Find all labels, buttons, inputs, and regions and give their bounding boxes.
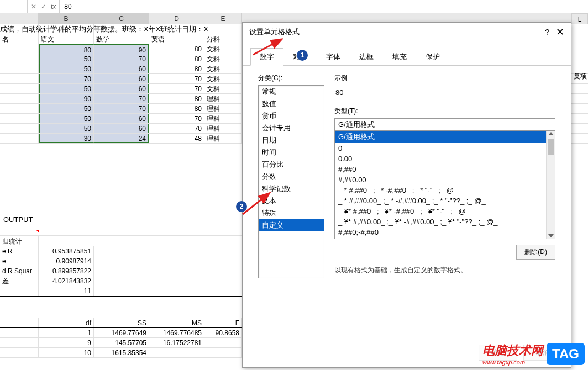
cell[interactable]: 70 xyxy=(149,124,204,133)
dialog-titlebar[interactable]: 设置单元格格式 ? ✕ xyxy=(243,23,571,41)
cell[interactable] xyxy=(0,124,39,133)
cell[interactable]: 理科 xyxy=(204,114,242,123)
type-item[interactable]: _ ¥* #,##0.00_ ;_ ¥* -#,##0.00_ ;_ ¥* "-… xyxy=(335,216,555,227)
type-item[interactable]: #,##0.00 xyxy=(335,175,555,185)
help-icon[interactable]: ? xyxy=(545,28,549,36)
cell[interactable]: 70 xyxy=(149,74,204,83)
category-item[interactable]: 货币 xyxy=(259,110,324,122)
category-item[interactable]: 科学记数 xyxy=(259,183,324,195)
cell[interactable]: 48 xyxy=(149,134,204,143)
cell[interactable]: 70 xyxy=(149,84,204,93)
cell[interactable]: 90 xyxy=(39,94,94,103)
cell[interactable]: 70 xyxy=(39,74,94,83)
category-item[interactable]: 特殊 xyxy=(259,207,324,219)
col-header-a[interactable] xyxy=(0,13,39,24)
category-item[interactable]: 分数 xyxy=(259,171,324,183)
col-header-l[interactable]: L xyxy=(571,13,588,24)
cell[interactable]: 50 xyxy=(39,104,94,113)
cell[interactable]: 80 xyxy=(149,64,204,73)
cell[interactable] xyxy=(0,74,39,83)
cell[interactable] xyxy=(0,64,39,73)
tab-protect[interactable]: 保护 xyxy=(416,48,449,66)
cell[interactable] xyxy=(0,54,39,64)
cell[interactable]: 理科 xyxy=(204,124,242,133)
type-item[interactable]: _ * #,##0_ ;_ * -#,##0_ ;_ * "-"_ ;_ @_ xyxy=(335,185,555,195)
delete-button[interactable]: 删除(D) xyxy=(516,245,555,260)
category-item[interactable]: 文本 xyxy=(259,195,324,207)
col-header-c[interactable]: C xyxy=(94,13,149,24)
cell[interactable]: 24 xyxy=(94,134,149,143)
cell[interactable]: 文科 xyxy=(204,44,242,54)
cell[interactable]: 70 xyxy=(94,104,149,113)
type-item[interactable]: #,##0;-#,##0 xyxy=(335,227,555,237)
cell[interactable] xyxy=(0,84,39,93)
cell[interactable]: 60 xyxy=(94,114,149,123)
cell[interactable]: 文科 xyxy=(204,54,242,64)
cell[interactable]: 80 xyxy=(149,104,204,113)
cell[interactable]: 英语 xyxy=(149,34,204,44)
type-item[interactable]: G/通用格式 xyxy=(335,131,555,143)
category-item[interactable]: 时间 xyxy=(259,146,324,158)
type-item[interactable]: 0 xyxy=(335,143,555,154)
cell[interactable]: 分科 xyxy=(204,34,242,44)
cell[interactable] xyxy=(0,114,39,123)
cell[interactable]: 数学 xyxy=(94,34,149,44)
cell[interactable]: 30 xyxy=(39,134,94,143)
category-item[interactable]: 百分比 xyxy=(259,158,324,171)
cell[interactable]: 文科 xyxy=(204,64,242,73)
cell[interactable]: 80 xyxy=(149,94,204,103)
cell[interactable]: 60 xyxy=(94,74,149,83)
cell[interactable]: 语文 xyxy=(39,34,94,44)
cell[interactable]: 理科 xyxy=(204,134,242,143)
cell[interactable]: 80 xyxy=(149,44,204,54)
cell[interactable]: 50 xyxy=(39,64,94,73)
cell[interactable] xyxy=(0,94,39,103)
category-list[interactable]: 常规 数值 货币 会计专用 日期 时间 百分比 分数 科学记数 文本 特殊 自定… xyxy=(258,85,324,278)
type-item[interactable]: #,##0;[红色]-#,##0 xyxy=(335,237,555,239)
category-item[interactable]: 日期 xyxy=(259,134,324,146)
fx-icon[interactable]: fx xyxy=(51,3,56,10)
tab-fill[interactable]: 填充 xyxy=(383,48,416,66)
cell[interactable] xyxy=(204,24,242,34)
cell[interactable]: 名 xyxy=(0,34,39,44)
cell[interactable] xyxy=(0,134,39,143)
type-item[interactable]: _ * #,##0.00_ ;_ * -#,##0.00_ ;_ * "-"??… xyxy=(335,195,555,206)
cell[interactable]: 理科 xyxy=(204,94,242,103)
cell[interactable] xyxy=(0,44,39,54)
cell[interactable]: 70 xyxy=(94,54,149,64)
cell[interactable] xyxy=(0,104,39,113)
cell[interactable]: 60 xyxy=(94,124,149,133)
cell[interactable]: 60 xyxy=(94,84,149,93)
tab-number[interactable]: 数字 xyxy=(250,48,284,66)
category-item[interactable]: 会计专用 xyxy=(259,122,324,134)
scrollbar[interactable] xyxy=(546,131,555,239)
cell[interactable]: 70 xyxy=(149,114,204,123)
col-header-e[interactable]: E xyxy=(204,13,242,24)
cell[interactable]: 理科 xyxy=(204,104,242,113)
cell[interactable]: 90 xyxy=(94,44,149,54)
cell[interactable]: 80 xyxy=(39,44,94,54)
enter-icon[interactable]: ✓ xyxy=(41,3,46,10)
cell[interactable]: 70 xyxy=(94,94,149,103)
category-item[interactable]: 数值 xyxy=(259,98,324,110)
col-header-b[interactable]: B xyxy=(39,13,94,24)
cancel-icon[interactable]: ✕ xyxy=(31,3,36,10)
cell[interactable]: 50 xyxy=(39,84,94,93)
cell[interactable]: 50 xyxy=(39,114,94,123)
col-header-d[interactable]: D xyxy=(149,13,204,24)
tab-border[interactable]: 边框 xyxy=(350,48,383,66)
type-item[interactable]: #,##0 xyxy=(335,164,555,175)
cell[interactable]: 50 xyxy=(39,54,94,64)
type-input[interactable] xyxy=(334,118,555,131)
cell[interactable]: 80 xyxy=(149,54,204,64)
close-icon[interactable]: ✕ xyxy=(556,26,564,38)
cell[interactable]: 文科 xyxy=(204,74,242,83)
category-item-custom[interactable]: 自定义 xyxy=(259,219,324,231)
cell[interactable]: 文科 xyxy=(204,84,242,93)
cell[interactable]: 50 xyxy=(39,124,94,133)
tab-font[interactable]: 字体 xyxy=(317,48,350,66)
cell[interactable]: 60 xyxy=(94,64,149,73)
category-item[interactable]: 常规 xyxy=(259,86,324,98)
name-box[interactable] xyxy=(0,0,28,13)
type-item[interactable]: 0.00 xyxy=(335,154,555,164)
